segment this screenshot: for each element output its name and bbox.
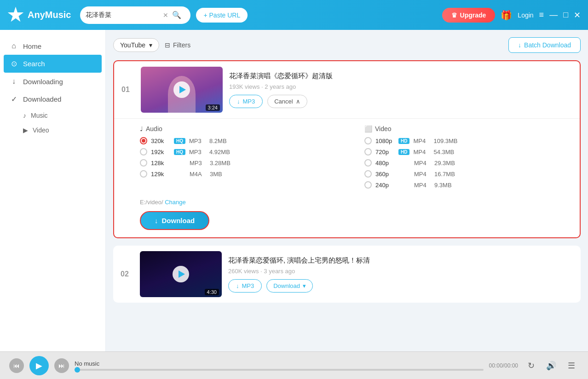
hd-badge-720p: HD: [398, 149, 409, 155]
radio-720p[interactable]: [364, 148, 372, 155]
radio-129k[interactable]: [140, 170, 147, 178]
download-btn-icon: ↓: [155, 217, 158, 224]
thumbnail-2: 4:30: [140, 251, 222, 297]
result-card-2: 02 4:30 花泽香菜恋爱循环, 演唱会上宅男的怒吼！标清 260K view…: [113, 246, 581, 303]
login-button[interactable]: Login: [518, 11, 533, 19]
format-240p: MP4: [414, 182, 431, 189]
quality-480p: 480p: [375, 160, 395, 167]
gift-icon[interactable]: 🎁: [501, 10, 512, 21]
quality-720p: 720p: [375, 149, 395, 155]
sidebar-downloaded-label: Downloaded: [23, 95, 61, 103]
mp3-button-1[interactable]: ↓ MP3: [229, 95, 263, 108]
play-triangle-icon: [179, 86, 186, 93]
cancel-button-1[interactable]: Cancel ∧: [267, 95, 307, 108]
video-option-480p: 480p MP4 29.3MB: [364, 159, 571, 167]
sidebar-downloading-label: Downloading: [23, 78, 63, 86]
player-track-title: No music: [75, 360, 484, 367]
result-info-1: 花泽香菜演唱《恋爱循环》超清版 193K views · 2 years ago…: [229, 72, 572, 108]
size-1080p: 109.3MB: [433, 138, 457, 144]
chevron-down-icon-2: ▾: [303, 282, 306, 289]
audio-section: ♩ Audio 320k HQ MP3 8.2MB 192k: [140, 125, 346, 192]
menu-icon[interactable]: ≡: [539, 10, 544, 20]
prev-button[interactable]: ⏮: [9, 358, 24, 373]
audio-option-320k: 320k HQ MP3 8.2MB: [140, 137, 346, 144]
bottom-player: ⏮ ▶ ⏭ No music 00:00/00:00 ↻ 🔊 ☰: [0, 351, 588, 379]
search-clear-icon[interactable]: ✕: [163, 11, 168, 19]
result-info-2: 花泽香菜恋爱循环, 演唱会上宅男的怒吼！标清 260K views · 3 ye…: [228, 256, 573, 293]
play-button-1[interactable]: [173, 81, 190, 98]
sidebar-item-video[interactable]: ▶ Video: [0, 123, 105, 138]
duration-2: 4:30: [205, 289, 219, 295]
play-triangle-icon-2: [179, 270, 185, 278]
sidebar-video-label: Video: [33, 126, 49, 134]
audio-option-129k: 129k M4A 3MB: [140, 170, 346, 178]
playlist-button[interactable]: ☰: [564, 358, 579, 373]
maximize-icon[interactable]: □: [563, 10, 568, 20]
radio-1080p[interactable]: [364, 137, 372, 144]
sidebar-home-label: Home: [23, 42, 41, 50]
upgrade-label: Upgrade: [460, 11, 486, 19]
main-layout: ⌂ Home ⊙ Search ↓ Downloading ✓ Download…: [0, 30, 588, 351]
radio-480p[interactable]: [364, 159, 372, 167]
platform-selector[interactable]: YouTube ▾: [113, 38, 159, 52]
video-option-360p: 360p MP4 16.7MB: [364, 170, 571, 178]
quality-240p: 240p: [375, 182, 395, 189]
next-button[interactable]: ⏭: [54, 358, 69, 373]
size-320k: 8.2MB: [209, 138, 227, 144]
search-icon: ⊙: [9, 59, 18, 68]
video-section-title: ⬜ Video: [364, 125, 571, 132]
close-icon[interactable]: ✕: [574, 10, 581, 20]
music-icon: ♪: [23, 112, 26, 119]
repeat-button[interactable]: ↻: [524, 358, 538, 373]
radio-192k[interactable]: [140, 148, 147, 155]
mp3-button-2[interactable]: ↓ MP3: [228, 279, 262, 293]
video-option-720p: 720p HD MP4 54.3MB: [364, 148, 571, 155]
size-129k: 3MB: [210, 171, 222, 178]
filters-button[interactable]: ⊟ Filters: [165, 41, 190, 49]
hd-badge-1080p: HD: [398, 138, 409, 144]
player-progress: No music: [75, 360, 484, 371]
result-row-2: 02 4:30 花泽香菜恋爱循环, 演唱会上宅男的怒吼！标清 260K view…: [113, 246, 581, 303]
sidebar-search-label: Search: [23, 60, 45, 68]
sidebar: ⌂ Home ⊙ Search ↓ Downloading ✓ Download…: [0, 30, 106, 351]
expanded-options-1: ♩ Audio 320k HQ MP3 8.2MB 192k: [114, 118, 580, 237]
format-360p: MP4: [414, 171, 431, 178]
radio-128k[interactable]: [140, 159, 147, 167]
sidebar-item-downloading[interactable]: ↓ Downloading: [0, 73, 105, 90]
radio-320k[interactable]: [140, 137, 147, 144]
paste-url-button[interactable]: + Paste URL: [196, 8, 248, 23]
search-icon[interactable]: 🔍: [172, 11, 181, 19]
duration-1: 3:24: [206, 104, 220, 111]
minimize-icon[interactable]: —: [549, 10, 558, 20]
thumbnail-1: 3:24: [141, 67, 223, 113]
quality-360p: 360p: [375, 171, 395, 178]
sidebar-item-downloaded[interactable]: ✓ Downloaded: [0, 90, 105, 108]
upgrade-button[interactable]: ♛ Upgrade: [442, 8, 496, 23]
result-actions-2: ↓ MP3 Download ▾: [228, 279, 573, 293]
radio-240p[interactable]: [364, 181, 372, 189]
header-right: ♛ Upgrade 🎁 Login ≡ — □ ✕: [442, 8, 581, 23]
download-main-button[interactable]: ↓ Download: [140, 211, 209, 230]
search-input[interactable]: [86, 11, 159, 19]
result-actions-1: ↓ MP3 Cancel ∧: [229, 95, 572, 108]
download-dropdown-button-2[interactable]: Download ▾: [266, 279, 313, 293]
radio-360p[interactable]: [364, 170, 372, 178]
sidebar-item-music[interactable]: ♪ Music: [0, 108, 105, 123]
crown-icon: ♛: [451, 11, 457, 19]
size-720p: 54.3MB: [433, 149, 454, 155]
size-192k: 4.92MB: [209, 149, 230, 155]
play-button-2[interactable]: [173, 266, 189, 282]
sidebar-item-home[interactable]: ⌂ Home: [0, 37, 105, 55]
mp3-label-1: MP3: [243, 98, 255, 105]
change-path-link[interactable]: Change: [165, 199, 186, 206]
batch-download-label: Batch Download: [524, 41, 571, 49]
sidebar-item-search[interactable]: ⊙ Search: [4, 55, 102, 73]
volume-button[interactable]: 🔊: [544, 358, 559, 373]
chevron-up-icon: ∧: [296, 98, 300, 105]
filter-icon: ⊟: [165, 41, 170, 49]
play-pause-button[interactable]: ▶: [29, 356, 49, 375]
downloaded-icon: ✓: [9, 95, 18, 103]
batch-download-button[interactable]: ↓ Batch Download: [508, 37, 581, 53]
progress-bar[interactable]: [75, 369, 484, 371]
sidebar-music-label: Music: [31, 112, 48, 119]
